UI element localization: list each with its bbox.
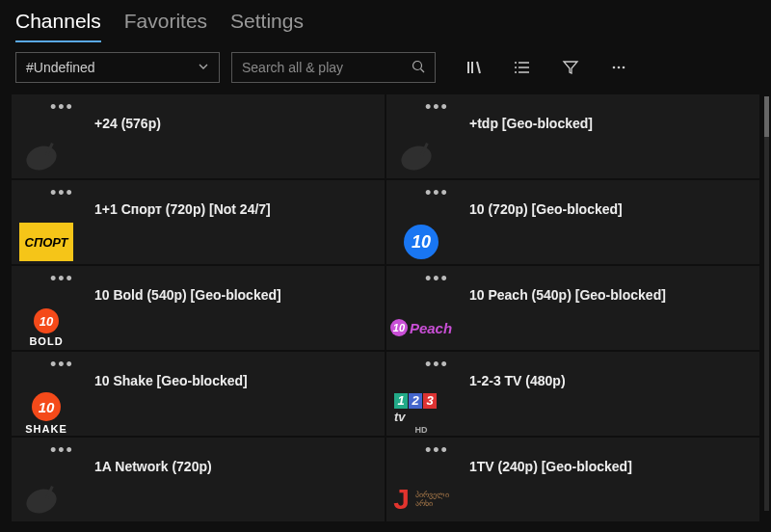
channel-card[interactable]: •••10 (720p) [Geo-blocked]10 bbox=[386, 180, 759, 264]
channel-title: 10 (720p) [Geo-blocked] bbox=[469, 201, 623, 217]
channel-logo: 123tvHD bbox=[394, 392, 448, 435]
svg-point-14 bbox=[23, 142, 60, 173]
channel-logo: 10Peach bbox=[394, 306, 448, 349]
card-more-icon[interactable]: ••• bbox=[425, 188, 449, 198]
svg-point-16 bbox=[398, 142, 435, 173]
svg-point-9 bbox=[515, 66, 517, 68]
tab-favorites[interactable]: Favorites bbox=[124, 10, 207, 42]
channel-card[interactable]: •••1-2-3 TV (480p)123tvHD bbox=[386, 352, 759, 436]
channel-card[interactable]: •••+tdp [Geo-blocked] bbox=[386, 94, 759, 178]
svg-line-4 bbox=[477, 62, 480, 73]
card-more-icon[interactable]: ••• bbox=[50, 274, 74, 283]
channel-card[interactable]: •••10 Bold (540p) [Geo-blocked]10BOLD bbox=[12, 266, 385, 350]
card-more-icon[interactable]: ••• bbox=[50, 359, 74, 369]
search-icon[interactable] bbox=[412, 60, 425, 76]
more-icon[interactable] bbox=[609, 58, 628, 77]
channel-logo: 10 bbox=[394, 221, 448, 263]
card-more-icon[interactable]: ••• bbox=[50, 102, 74, 112]
channel-card[interactable]: •••10 Shake [Geo-blocked]10SHAKE bbox=[12, 352, 385, 436]
satellite-dish-icon bbox=[19, 135, 73, 177]
category-dropdown[interactable]: #Undefined bbox=[15, 52, 220, 83]
toolbar-icons bbox=[465, 58, 628, 77]
channel-title: 1A Network (720p) bbox=[94, 459, 212, 474]
svg-point-11 bbox=[613, 66, 616, 69]
tab-channels[interactable]: Channels bbox=[15, 10, 101, 42]
channel-title: 10 Peach (540p) [Geo-blocked] bbox=[469, 287, 666, 303]
card-more-icon[interactable]: ••• bbox=[50, 445, 74, 455]
filter-icon[interactable] bbox=[561, 58, 580, 77]
channel-title: +tdp [Geo-blocked] bbox=[469, 116, 593, 131]
svg-point-8 bbox=[515, 62, 517, 64]
channel-card[interactable]: •••1A Network (720p) bbox=[12, 438, 385, 521]
library-icon[interactable] bbox=[465, 58, 484, 77]
card-more-icon[interactable]: ••• bbox=[50, 188, 74, 198]
svg-line-1 bbox=[421, 68, 425, 72]
channel-title: 10 Shake [Geo-blocked] bbox=[94, 373, 248, 388]
toolbar: #Undefined bbox=[0, 42, 771, 94]
channel-logo: Jპირველიარხი bbox=[394, 478, 448, 520]
svg-point-12 bbox=[618, 66, 621, 69]
channel-logo: СПОРТ bbox=[19, 221, 73, 263]
channel-title: +24 (576p) bbox=[94, 116, 161, 131]
channel-title: 1+1 Спорт (720p) [Not 24/7] bbox=[94, 201, 271, 217]
tab-settings[interactable]: Settings bbox=[230, 10, 304, 42]
svg-point-13 bbox=[623, 66, 625, 69]
chevron-down-icon bbox=[198, 61, 209, 75]
card-more-icon[interactable]: ••• bbox=[425, 359, 449, 369]
channel-logo: 10SHAKE bbox=[19, 392, 73, 435]
channel-title: 1-2-3 TV (480p) bbox=[469, 373, 566, 388]
satellite-dish-icon bbox=[19, 478, 73, 520]
scrollbar[interactable] bbox=[764, 96, 769, 511]
search-input[interactable] bbox=[242, 60, 396, 75]
card-more-icon[interactable]: ••• bbox=[425, 445, 449, 455]
channel-card[interactable]: •••10 Peach (540p) [Geo-blocked]10Peach bbox=[386, 266, 759, 350]
svg-point-10 bbox=[515, 71, 517, 73]
channel-title: 10 Bold (540p) [Geo-blocked] bbox=[94, 287, 281, 303]
svg-point-0 bbox=[413, 61, 422, 69]
scrollbar-thumb[interactable] bbox=[764, 96, 769, 137]
search-box[interactable] bbox=[231, 52, 436, 83]
card-more-icon[interactable]: ••• bbox=[425, 274, 449, 283]
tab-bar: Channels Favorites Settings bbox=[0, 0, 771, 42]
list-view-icon[interactable] bbox=[513, 58, 532, 77]
card-more-icon[interactable]: ••• bbox=[425, 102, 449, 112]
channel-card[interactable]: •••+24 (576p) bbox=[12, 94, 385, 178]
category-selected: #Undefined bbox=[26, 60, 95, 75]
satellite-dish-icon bbox=[394, 135, 448, 177]
channel-card[interactable]: •••1TV (240p) [Geo-blocked]Jპირველიარხი bbox=[386, 438, 759, 521]
channel-logo: 10BOLD bbox=[19, 306, 73, 349]
svg-point-18 bbox=[23, 485, 60, 517]
channel-title: 1TV (240p) [Geo-blocked] bbox=[469, 459, 632, 474]
channel-grid: •••+24 (576p)•••+tdp [Geo-blocked]•••1+1… bbox=[12, 94, 759, 521]
channel-card[interactable]: •••1+1 Спорт (720p) [Not 24/7]СПОРТ bbox=[12, 180, 385, 264]
